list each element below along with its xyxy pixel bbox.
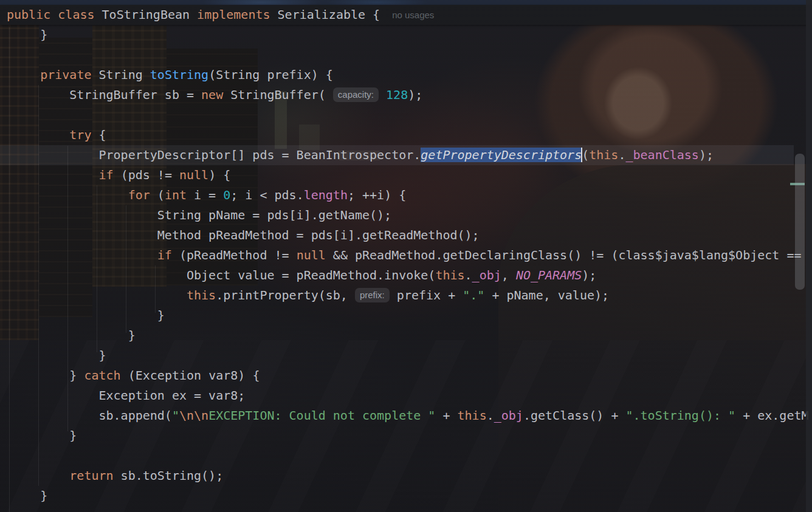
code-token: String <box>91 67 150 82</box>
usages-hint[interactable]: no usages <box>392 10 434 20</box>
code-token: } <box>11 368 84 383</box>
code-token: _obj <box>472 268 501 282</box>
code-token <box>11 128 69 142</box>
code-token: class <box>58 7 94 22</box>
code-token: StringBuffer( <box>223 87 333 102</box>
code-token <box>11 288 187 302</box>
code-token: ".toString(): " <box>626 408 736 423</box>
code-token: Object value = pReadMethod.invoke( <box>11 268 435 282</box>
code-token: this <box>589 148 618 162</box>
code-line[interactable]: } <box>11 326 812 346</box>
code-line[interactable]: } catch (Exception var8) { <box>11 366 812 386</box>
code-token: for <box>128 188 150 202</box>
code-token: } <box>11 328 136 343</box>
code-token: this <box>435 268 464 282</box>
code-token: . <box>618 148 625 162</box>
code-line[interactable]: return sb.toString(); <box>11 466 812 486</box>
code-token: , <box>501 268 516 282</box>
code-token: } <box>11 308 165 323</box>
code-token: Serializable { <box>270 7 380 22</box>
code-line[interactable]: if (pds != null) { <box>11 165 812 185</box>
code-token: length <box>304 188 348 202</box>
code-line[interactable]: try { <box>11 125 812 145</box>
code-token: implements <box>197 7 270 22</box>
code-line[interactable] <box>11 45 812 65</box>
code-line[interactable]: Exception ex = var8; <box>11 386 812 406</box>
code-token: (String prefix) { <box>208 67 333 82</box>
code-line[interactable]: if (pReadMethod != null && pReadMethod.g… <box>11 245 812 265</box>
code-token: } <box>11 488 47 503</box>
code-token: ( <box>150 188 165 202</box>
code-line[interactable]: Object value = pReadMethod.invoke(this._… <box>11 265 812 285</box>
code-token <box>11 168 99 182</box>
code-token: ) { <box>208 168 230 182</box>
code-token: ; ++i) { <box>348 188 406 202</box>
code-token: private <box>40 67 91 82</box>
code-token: int <box>165 188 187 202</box>
code-token: Method pReadMethod = pds[i].getReadMetho… <box>11 228 480 242</box>
code-line[interactable]: } <box>11 305 812 326</box>
sticky-class-header[interactable]: public class ToStringBean implements Ser… <box>0 5 812 25</box>
code-token: (pReadMethod != <box>172 248 297 262</box>
code-line[interactable]: this.printProperty(sb, prefix: prefix + … <box>11 285 812 305</box>
code-token: if <box>99 168 114 182</box>
code-line[interactable]: } <box>11 486 812 506</box>
code-editor[interactable]: } private String toString(String prefix)… <box>0 0 812 512</box>
code-token: . <box>465 268 472 282</box>
code-token: + pName, value); <box>484 288 609 302</box>
code-area[interactable]: } private String toString(String prefix)… <box>0 25 812 512</box>
code-token: 128 <box>386 87 408 102</box>
code-line[interactable]: PropertyDescriptor[] pds = BeanIntrospec… <box>11 145 812 165</box>
code-line[interactable]: } <box>11 346 812 366</box>
code-token: return <box>69 468 113 483</box>
code-token: this <box>187 288 216 302</box>
code-token: (pds != <box>114 168 179 182</box>
code-token: _beanClass <box>625 148 698 162</box>
code-token: new <box>201 87 223 102</box>
code-token: } <box>11 27 47 42</box>
code-token: (Exception var8) { <box>121 368 260 383</box>
code-line[interactable]: } <box>11 426 812 446</box>
code-token: prefix + <box>390 288 463 302</box>
code-line[interactable]: String pName = pds[i].getName(); <box>11 205 812 225</box>
scrollbar-thumb[interactable] <box>795 154 805 290</box>
code-token: _obj <box>494 408 523 423</box>
code-token <box>50 7 58 22</box>
code-token: NO_PARAMS <box>516 268 582 282</box>
selected-text: getPropertyDescriptors <box>421 148 582 162</box>
code-token: String pName = pds[i].getName(); <box>11 208 391 222</box>
code-line[interactable] <box>11 446 812 466</box>
code-token: null <box>179 168 208 182</box>
code-line[interactable]: for (int i = 0; i < pds.length; ++i) { <box>11 185 812 205</box>
code-token: + ex.getM <box>735 408 808 423</box>
code-line[interactable]: Method pReadMethod = pds[i].getReadMetho… <box>11 225 812 245</box>
code-line[interactable] <box>11 105 812 125</box>
code-token: ( <box>582 148 589 162</box>
code-token: && pReadMethod.getDeclaringClass() != (c… <box>326 248 802 262</box>
code-token: EXCEPTION: Could not complete " <box>208 408 435 423</box>
code-token <box>11 188 128 202</box>
code-line[interactable]: private String toString(String prefix) { <box>11 65 812 85</box>
code-token: . <box>487 408 494 423</box>
code-token: toString <box>150 67 208 82</box>
code-token: ); <box>408 87 422 102</box>
code-token: try <box>69 128 91 142</box>
code-token: .getClass() + <box>523 408 626 423</box>
code-token: sb.append( <box>11 408 172 423</box>
code-token <box>11 67 40 82</box>
code-line[interactable]: StringBuffer sb = new StringBuffer( capa… <box>11 85 812 105</box>
code-token: .printProperty(sb, <box>216 288 355 302</box>
code-line[interactable]: } <box>11 25 812 45</box>
code-token: ); <box>582 268 596 282</box>
code-token: + <box>435 408 457 423</box>
code-line[interactable]: sb.append("\n\nEXCEPTION: Could not comp… <box>11 406 812 426</box>
code-token: i = <box>187 188 223 202</box>
inlay-hint: prefix: <box>355 288 390 302</box>
code-token: } <box>11 348 106 363</box>
code-token: if <box>157 248 172 262</box>
code-token: 0 <box>223 188 230 202</box>
code-token: { <box>91 128 106 142</box>
code-token <box>11 248 157 262</box>
inlay-hint: capacity: <box>333 87 379 102</box>
code-token: \n\n <box>179 408 208 423</box>
